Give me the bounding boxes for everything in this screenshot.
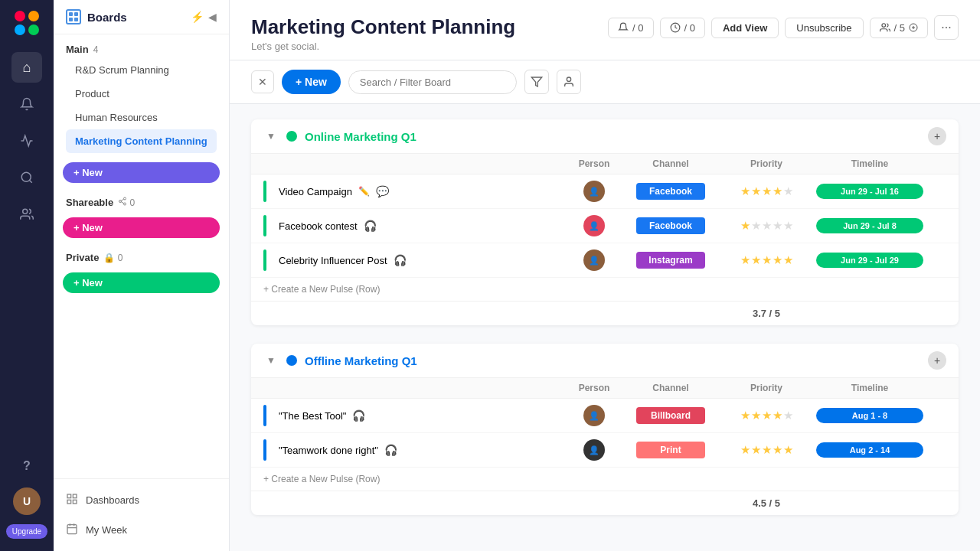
priority-stars[interactable]: ★ ★ ★ ★ ★ <box>717 253 816 267</box>
logo[interactable] <box>13 9 41 40</box>
row-indicator <box>263 181 266 202</box>
svg-rect-15 <box>67 500 71 504</box>
headphone-icon[interactable]: 🎧 <box>352 409 365 422</box>
member-count: / 5 <box>894 22 905 34</box>
group-collapse-button[interactable]: ▼ <box>263 353 279 368</box>
comment-icon[interactable]: 💬 <box>376 185 389 197</box>
table-row: "The Best Tool" 🎧 👤 Billboard ★ ★ ★ ★ ★ <box>251 399 959 433</box>
sidebar-item-hr-label: Human Resources <box>75 112 158 123</box>
sidebar-bottom: Dashboards My Week <box>54 478 229 551</box>
main-toolbar: ✕ + New <box>230 60 980 104</box>
group-add-button[interactable]: + <box>928 351 946 370</box>
search-input[interactable] <box>348 70 517 94</box>
group-collapse-button[interactable]: ▼ <box>263 129 279 144</box>
person-avatar: 👤 <box>583 249 605 271</box>
sidebar-item-marketing[interactable]: Marketing Content Planning <box>66 129 217 153</box>
headphone-icon[interactable]: 🎧 <box>394 254 407 266</box>
svg-rect-6 <box>69 12 73 16</box>
headphone-icon[interactable]: 🎧 <box>384 444 397 456</box>
people-icon[interactable] <box>11 199 42 230</box>
create-row-button[interactable]: + Create a New Pulse (Row) <box>251 278 959 301</box>
priority-stars[interactable]: ★ ★ ★ ★ ★ <box>717 409 816 422</box>
sidebar-myweek[interactable]: My Week <box>54 515 229 545</box>
priority-stars[interactable]: ★ ★ ★ ★ ★ <box>717 443 816 457</box>
members-button[interactable]: / 5 <box>870 18 928 38</box>
score-row: 3.7 / 5 <box>251 301 959 325</box>
activity-count: / 0 <box>684 22 695 34</box>
group-online-header: ▼ Online Marketing Q1 + <box>251 119 959 154</box>
row-indicator <box>263 439 266 461</box>
myweek-icon <box>66 523 78 537</box>
row-name-label[interactable]: Video Campaign <box>279 186 352 197</box>
group-header-right: + <box>928 351 946 370</box>
row-name-label[interactable]: Facebook contest <box>279 220 358 232</box>
svg-rect-13 <box>67 494 71 498</box>
row-name-label[interactable]: "The Best Tool" <box>279 410 346 422</box>
page-title: Marketing Content Planning <box>251 15 515 39</box>
group-header-right: + <box>928 127 946 145</box>
svg-rect-16 <box>73 500 77 504</box>
person-avatar: 👤 <box>583 405 605 426</box>
row-indicator <box>263 249 266 271</box>
priority-stars[interactable]: ★ ★ ★ ★ ★ <box>717 184 816 198</box>
sidebar-item-rnd[interactable]: R&D Scrum Planning <box>66 58 217 82</box>
collapse-sidebar-icon[interactable]: ◀ <box>208 11 217 23</box>
main-new-button[interactable]: + New <box>63 162 220 183</box>
headphone-icon[interactable]: 🎧 <box>364 220 377 232</box>
new-item-button[interactable]: + New <box>282 70 341 94</box>
activity-button[interactable]: / 0 <box>660 18 705 38</box>
private-new-button[interactable]: + New <box>63 272 220 293</box>
notifications-button[interactable]: / 0 <box>608 18 653 38</box>
group-offline-marketing: ▼ Offline Marketing Q1 + Person Channel … <box>251 344 959 515</box>
timeline-badge: Jun 29 - Jul 29 <box>816 253 923 268</box>
notif-count: / 0 <box>632 22 643 34</box>
unsubscribe-button[interactable]: Unsubscribe <box>785 18 863 38</box>
sidebar: Boards ⚡ ◀ Main 4 R&D Scrum Planning Pro… <box>54 0 230 551</box>
col-timeline-header-2: Timeline <box>816 383 923 393</box>
col-channel-header: Channel <box>625 158 717 169</box>
lightning-icon[interactable]: ⚡ <box>191 11 204 23</box>
filter-button[interactable] <box>524 70 549 94</box>
user-avatar[interactable]: U <box>13 487 41 515</box>
add-view-button[interactable]: Add View <box>711 18 779 38</box>
shareable-new-button[interactable]: + New <box>63 217 220 238</box>
more-options-button[interactable]: ··· <box>934 15 959 40</box>
group-offline-header: ▼ Offline Marketing Q1 + <box>251 344 959 378</box>
clear-filter-button[interactable]: ✕ <box>251 70 274 93</box>
private-count: 0 <box>118 253 123 263</box>
sidebar-item-product[interactable]: Product <box>66 82 217 106</box>
boards-icon <box>66 9 81 24</box>
sidebar-dashboards[interactable]: Dashboards <box>54 485 229 515</box>
table-header: Person Channel Priority Timeline <box>251 154 959 174</box>
table-row: "Teamwork done right" 🎧 👤 Print ★ ★ ★ ★ … <box>251 433 959 468</box>
bell-icon[interactable] <box>11 89 42 119</box>
shareable-count: 0 <box>130 197 136 208</box>
table-header-2: Person Channel Priority Timeline <box>251 378 959 399</box>
activity-icon[interactable] <box>11 126 42 156</box>
icon-bar: ⌂ ? U Upgrade <box>0 0 54 551</box>
home-icon[interactable]: ⌂ <box>11 52 42 83</box>
edit-icon[interactable]: ✏️ <box>358 186 370 197</box>
group-title: Online Marketing Q1 <box>305 130 920 143</box>
myweek-label: My Week <box>86 524 127 536</box>
group-add-button[interactable]: + <box>928 127 946 145</box>
timeline-badge: Aug 1 - 8 <box>816 408 923 423</box>
sidebar-title: Boards <box>87 11 185 24</box>
create-row-button-2[interactable]: + Create a New Pulse (Row) <box>251 468 959 491</box>
group-title: Offline Marketing Q1 <box>305 354 920 367</box>
row-name-label[interactable]: "Teamwork done right" <box>279 445 378 456</box>
priority-stars[interactable]: ★ ★ ★ ★ ★ <box>717 219 816 233</box>
row-indicator <box>263 405 266 426</box>
help-icon[interactable]: ? <box>11 451 42 481</box>
main-section: Main 4 R&D Scrum Planning Product Human … <box>54 34 229 156</box>
upgrade-button[interactable]: Upgrade <box>6 524 47 539</box>
person-filter-button[interactable] <box>557 70 581 94</box>
sidebar-header-actions: ⚡ ◀ <box>191 11 217 23</box>
svg-point-2 <box>15 24 25 35</box>
sidebar-item-hr[interactable]: Human Resources <box>66 106 217 129</box>
group-score-2: 4.5 / 5 <box>717 497 816 509</box>
search-icon[interactable] <box>11 162 42 193</box>
row-name-label[interactable]: Celebrity Influencer Post <box>279 255 387 266</box>
col-person-header: Person <box>564 158 625 169</box>
row-indicator <box>263 215 266 236</box>
